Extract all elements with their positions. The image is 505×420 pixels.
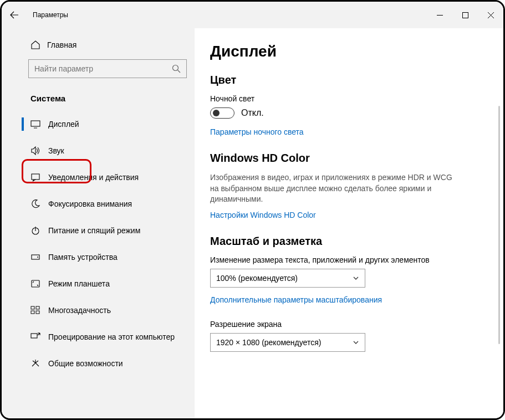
sidebar: Главная Система Дисплей Звук xyxy=(2,28,195,418)
hd-color-settings-link[interactable]: Настройки Windows HD Color xyxy=(210,211,488,219)
sidebar-item-label: Звук xyxy=(48,146,64,155)
svg-point-6 xyxy=(37,257,38,258)
night-light-toggle[interactable] xyxy=(210,107,234,119)
home-icon xyxy=(30,40,40,50)
hd-color-description: Изображения в видео, играх и приложениях… xyxy=(210,172,454,205)
resolution-select[interactable]: 1920 × 1080 (рекомендуется) xyxy=(210,333,365,352)
scale-heading: Масштаб и разметка xyxy=(210,235,488,248)
sound-icon xyxy=(30,146,40,156)
svg-rect-11 xyxy=(36,311,39,314)
scale-select[interactable]: 100% (рекомендуется) xyxy=(210,269,365,288)
sidebar-item-label: Проецирование на этот компьютер xyxy=(48,332,175,341)
sidebar-item-label: Уведомления и действия xyxy=(48,173,139,182)
sidebar-item-storage[interactable]: Память устройства xyxy=(2,244,195,270)
night-light-label: Ночной свет xyxy=(210,94,488,103)
maximize-icon xyxy=(462,12,468,18)
close-button[interactable] xyxy=(478,2,503,28)
storage-icon xyxy=(30,252,40,262)
sidebar-item-power[interactable]: Питание и спящий режим xyxy=(2,217,195,244)
minimize-button[interactable] xyxy=(427,2,452,28)
svg-rect-10 xyxy=(31,311,34,314)
toggle-state-text: Откл. xyxy=(241,108,264,118)
sidebar-item-label: Фокусировка внимания xyxy=(48,199,132,208)
night-light-settings-link[interactable]: Параметры ночного света xyxy=(210,127,488,136)
svg-rect-2 xyxy=(31,121,40,126)
content-scrollbar[interactable] xyxy=(498,106,500,344)
svg-rect-7 xyxy=(32,280,39,287)
resolution-select-value: 1920 × 1080 (рекомендуется) xyxy=(216,338,321,347)
sidebar-item-label: Многозадачность xyxy=(48,306,111,315)
scale-label: Изменение размера текста, приложений и д… xyxy=(210,255,488,264)
sidebar-item-multitasking[interactable]: Многозадачность xyxy=(2,297,195,324)
sidebar-nav: Дисплей Звук Уведомления и действия Фоку… xyxy=(2,111,195,377)
search-box[interactable] xyxy=(28,59,187,78)
toggle-knob-icon xyxy=(213,110,220,116)
sidebar-item-shared[interactable]: Общие возможности xyxy=(2,350,195,377)
maximize-button[interactable] xyxy=(452,2,478,28)
settings-window: Параметры Главная xyxy=(0,0,505,420)
display-icon xyxy=(30,119,40,129)
page-title: Дисплей xyxy=(210,43,488,60)
sidebar-item-label: Дисплей xyxy=(48,120,79,129)
minimize-icon xyxy=(437,12,443,18)
window-body: Главная Система Дисплей Звук xyxy=(2,28,503,418)
svg-rect-12 xyxy=(31,334,37,338)
hd-color-heading: Windows HD Color xyxy=(210,152,488,165)
arrow-left-icon xyxy=(10,11,19,19)
content-pane: Дисплей Цвет Ночной свет Откл. Параметры… xyxy=(195,28,503,418)
color-heading: Цвет xyxy=(210,74,488,86)
sidebar-home-label: Главная xyxy=(47,40,76,49)
power-icon xyxy=(30,226,40,235)
window-controls xyxy=(427,2,503,28)
resolution-label: Разрешение экрана xyxy=(210,320,488,329)
night-light-toggle-row: Откл. xyxy=(210,107,488,119)
window-title: Параметры xyxy=(33,11,68,19)
sidebar-item-label: Память устройства xyxy=(48,253,118,262)
sidebar-item-label: Режим планшета xyxy=(48,279,110,288)
search-container xyxy=(2,56,195,81)
search-input[interactable] xyxy=(34,64,172,73)
multitask-icon xyxy=(30,305,40,315)
svg-rect-9 xyxy=(36,306,39,309)
search-icon xyxy=(172,64,181,73)
chevron-down-icon xyxy=(353,275,359,281)
back-button[interactable] xyxy=(2,2,27,28)
svg-rect-0 xyxy=(462,12,468,18)
sidebar-item-tablet[interactable]: Режим планшета xyxy=(2,270,195,297)
svg-point-1 xyxy=(173,65,178,71)
sidebar-item-notifications[interactable]: Уведомления и действия xyxy=(2,164,195,191)
notifications-icon xyxy=(30,172,40,182)
advanced-scaling-link[interactable]: Дополнительные параметры масштабирования xyxy=(210,295,488,304)
project-icon xyxy=(30,332,40,342)
moon-icon xyxy=(30,199,40,209)
sidebar-item-label: Общие возможности xyxy=(48,359,123,368)
svg-rect-3 xyxy=(32,174,39,180)
sidebar-home[interactable]: Главная xyxy=(2,34,195,56)
sidebar-section-title: Система xyxy=(2,81,195,111)
sidebar-item-focus-assist[interactable]: Фокусировка внимания xyxy=(2,191,195,217)
shared-icon xyxy=(30,358,40,368)
sidebar-item-projecting[interactable]: Проецирование на этот компьютер xyxy=(2,324,195,350)
sidebar-item-label: Питание и спящий режим xyxy=(48,226,140,235)
svg-rect-8 xyxy=(31,306,34,309)
sidebar-item-display[interactable]: Дисплей xyxy=(2,111,195,137)
scale-select-value: 100% (рекомендуется) xyxy=(216,274,298,283)
sidebar-item-sound[interactable]: Звук xyxy=(2,137,195,164)
tablet-icon xyxy=(30,279,40,289)
close-icon xyxy=(488,12,494,18)
titlebar: Параметры xyxy=(2,2,503,28)
chevron-down-icon xyxy=(353,339,359,346)
